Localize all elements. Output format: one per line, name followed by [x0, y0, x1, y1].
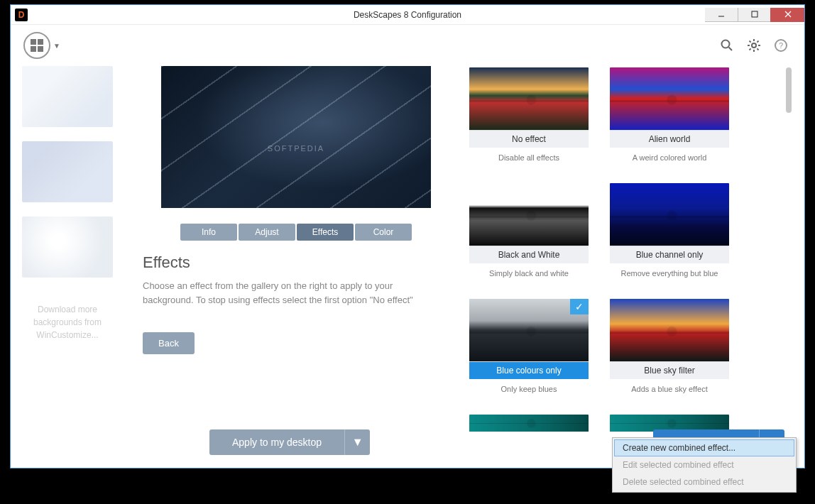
svg-line-13 — [750, 48, 751, 50]
tabs: Info Adjust Effects Color — [143, 224, 449, 241]
search-icon[interactable] — [716, 35, 738, 56]
gear-icon[interactable] — [743, 35, 765, 56]
window: D DeskScapes 8 Configuration ▼ ? — [10, 4, 805, 469]
titlebar: D DeskScapes 8 Configuration — [11, 5, 804, 25]
center-pane: SOFTPEDIA Info Adjust Effects Color Effe… — [143, 66, 469, 459]
svg-point-6 — [752, 43, 756, 48]
effect-label: Black and White — [469, 246, 589, 263]
effect-desc: Simply black and white — [469, 269, 589, 278]
maximize-button[interactable] — [738, 8, 770, 22]
check-icon: ✓ — [570, 299, 589, 314]
content: Download more backgrounds from WinCustom… — [11, 66, 804, 468]
background-thumb[interactable] — [22, 141, 113, 202]
svg-rect-1 — [752, 11, 757, 17]
effect-card[interactable]: Blue sky filterAdds a blue sky effect — [610, 299, 729, 393]
tab-color[interactable]: Color — [355, 224, 412, 241]
minimize-button[interactable] — [705, 8, 738, 22]
window-controls — [705, 8, 804, 22]
svg-line-12 — [757, 48, 758, 50]
effect-card[interactable]: Black and WhiteSimply black and white — [469, 183, 589, 278]
effect-thumb — [610, 299, 729, 361]
effect-desc: Only keep blues — [469, 385, 589, 393]
effect-card[interactable]: Blue channel onlyRemove everything but b… — [610, 183, 729, 278]
chevron-down-icon: ▼ — [53, 42, 60, 50]
close-button[interactable] — [770, 8, 804, 22]
effect-label: Blue colours only — [469, 361, 589, 379]
svg-line-14 — [757, 41, 758, 43]
effect-thumb — [469, 183, 589, 246]
effect-thumb — [610, 67, 729, 130]
effect-card[interactable] — [469, 415, 589, 432]
apply-dropdown[interactable]: ▼ — [344, 429, 370, 455]
effect-desc: Adds a blue sky effect — [610, 385, 729, 393]
svg-point-4 — [722, 40, 730, 48]
effect-desc: A weird colored world — [610, 153, 729, 162]
help-icon[interactable]: ? — [770, 35, 792, 56]
section-title: Effects — [143, 253, 449, 272]
preview-image: SOFTPEDIA — [161, 66, 431, 208]
apply-row: Apply to my desktop ▼ — [209, 429, 370, 455]
effects-gallery: No effectDisable all effectsAlien worldA… — [469, 66, 793, 459]
menu-item-edit: Edit selected combined effect — [614, 456, 794, 473]
scrollbar-thumb[interactable] — [786, 67, 792, 113]
svg-line-11 — [750, 41, 751, 43]
effect-label: Alien world — [610, 130, 729, 148]
menu-item-create[interactable]: Create new combined effect... — [614, 439, 794, 456]
toolbar: ▼ ? — [11, 25, 804, 66]
tab-info[interactable]: Info — [180, 224, 237, 241]
download-more-link[interactable]: Download more backgrounds from WinCustom… — [22, 303, 113, 341]
effect-thumb — [469, 67, 589, 130]
effect-card[interactable]: Alien worldA weird colored world — [610, 67, 729, 162]
background-thumb[interactable] — [22, 217, 113, 278]
effect-desc: Remove everything but blue — [610, 269, 729, 278]
effect-card[interactable]: ✓Blue colours onlyOnly keep blues — [469, 299, 589, 393]
effect-label: No effect — [469, 130, 589, 148]
effect-label: Blue channel only — [610, 246, 729, 263]
effect-card[interactable]: No effectDisable all effects — [469, 67, 589, 162]
effect-thumb — [610, 183, 729, 246]
back-button[interactable]: Back — [143, 332, 195, 354]
context-menu: Create new combined effect... Edit selec… — [612, 437, 797, 493]
watermark: SOFTPEDIA — [161, 144, 431, 153]
background-thumb[interactable] — [22, 66, 113, 127]
tab-adjust[interactable]: Adjust — [239, 224, 295, 241]
svg-text:?: ? — [779, 41, 783, 50]
menu-item-delete: Delete selected combined effect — [614, 473, 794, 491]
main-menu-button[interactable] — [23, 32, 50, 59]
apply-button[interactable]: Apply to my desktop — [209, 429, 344, 455]
effect-thumb: ✓ — [469, 299, 589, 361]
effect-thumb — [469, 415, 589, 432]
app-icon: D — [15, 9, 28, 21]
sidebar: Download more backgrounds from WinCustom… — [22, 66, 143, 459]
effect-desc: Disable all effects — [469, 153, 589, 162]
window-title: DeskScapes 8 Configuration — [11, 10, 804, 20]
effect-label: Blue sky filter — [610, 361, 729, 379]
section-description: Choose an effect from the gallery on the… — [143, 279, 427, 307]
svg-line-5 — [729, 48, 733, 51]
tab-effects[interactable]: Effects — [297, 224, 354, 241]
